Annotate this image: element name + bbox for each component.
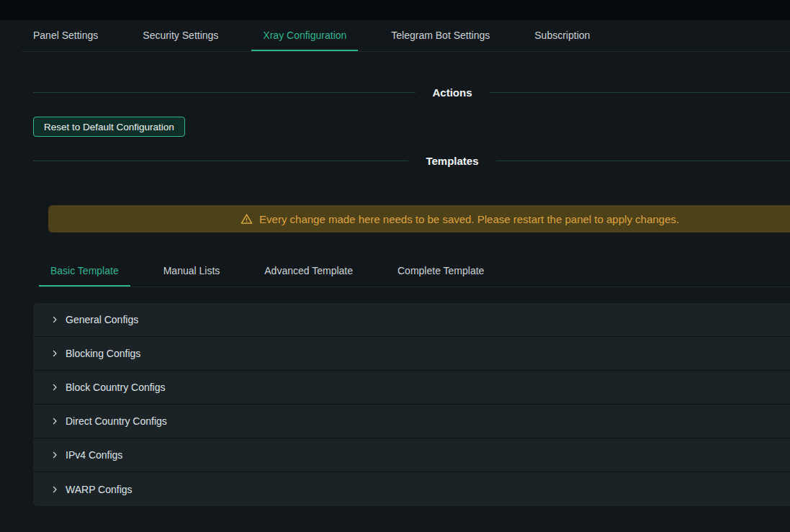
tab-subscription[interactable]: Subscription bbox=[523, 20, 601, 51]
chevron-right-icon bbox=[50, 349, 59, 358]
divider-line bbox=[490, 92, 790, 93]
restart-warning-alert: Every change made here needs to be saved… bbox=[48, 205, 790, 233]
templates-divider: Templates bbox=[33, 153, 790, 168]
collapse-blocking-configs[interactable]: Blocking Configs bbox=[33, 337, 790, 371]
settings-page: Panel Settings Security Settings Xray Co… bbox=[33, 20, 790, 506]
tab-telegram-bot-settings[interactable]: Telegram Bot Settings bbox=[380, 20, 501, 51]
tab-basic-template[interactable]: Basic Template bbox=[39, 256, 130, 287]
window-top-strip bbox=[0, 0, 790, 20]
actions-divider: Actions bbox=[33, 84, 790, 100]
settings-tab-bar: Panel Settings Security Settings Xray Co… bbox=[22, 20, 790, 52]
reset-to-default-button[interactable]: Reset to Default Configuration bbox=[33, 117, 185, 137]
restart-warning-text: Every change made here needs to be saved… bbox=[259, 213, 679, 225]
divider-line bbox=[33, 161, 408, 161]
warning-triangle-icon bbox=[241, 213, 253, 225]
collapse-block-country-configs[interactable]: Block Country Configs bbox=[33, 371, 790, 405]
collapse-label: Blocking Configs bbox=[66, 348, 140, 359]
tab-panel-settings[interactable]: Panel Settings bbox=[22, 20, 109, 51]
chevron-right-icon bbox=[50, 485, 59, 494]
tab-complete-template[interactable]: Complete Template bbox=[386, 256, 495, 287]
divider-line bbox=[33, 92, 416, 93]
collapse-label: WARP Configs bbox=[66, 484, 133, 495]
tab-security-settings[interactable]: Security Settings bbox=[131, 20, 230, 51]
templates-divider-title: Templates bbox=[408, 155, 495, 167]
chevron-right-icon bbox=[50, 451, 59, 459]
template-tab-bar: Basic Template Manual Lists Advanced Tem… bbox=[39, 256, 790, 287]
collapse-label: Block Country Configs bbox=[66, 382, 166, 393]
divider-line bbox=[496, 161, 790, 161]
collapse-general-configs[interactable]: General Configs bbox=[33, 303, 790, 337]
collapse-label: General Configs bbox=[66, 314, 138, 325]
template-collapse-list: General Configs Blocking Configs Block C… bbox=[33, 303, 790, 506]
collapse-warp-configs[interactable]: WARP Configs bbox=[33, 472, 790, 506]
collapse-direct-country-configs[interactable]: Direct Country Configs bbox=[33, 405, 790, 438]
tab-xray-configuration[interactable]: Xray Configuration bbox=[251, 20, 358, 51]
tab-manual-lists[interactable]: Manual Lists bbox=[152, 256, 232, 287]
chevron-right-icon bbox=[50, 383, 59, 392]
actions-divider-title: Actions bbox=[416, 86, 490, 99]
collapse-label: IPv4 Configs bbox=[66, 449, 122, 461]
tab-advanced-template[interactable]: Advanced Template bbox=[253, 256, 364, 287]
collapse-label: Direct Country Configs bbox=[66, 415, 167, 427]
chevron-right-icon bbox=[50, 315, 59, 324]
collapse-ipv4-configs[interactable]: IPv4 Configs bbox=[33, 438, 790, 472]
chevron-right-icon bbox=[50, 417, 59, 425]
